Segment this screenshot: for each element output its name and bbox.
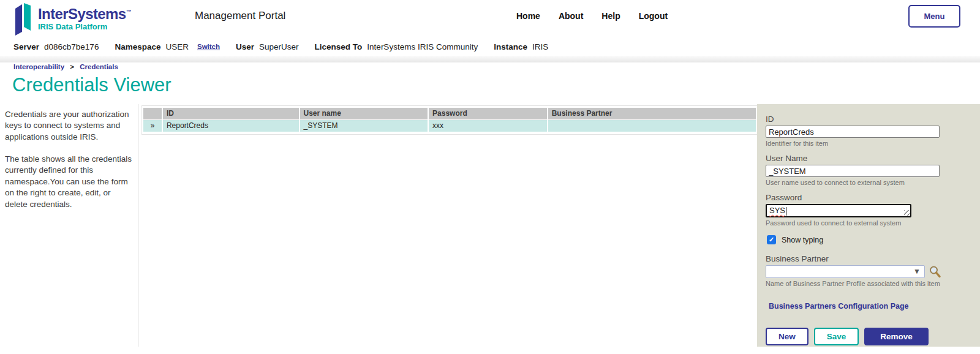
password-label: Password bbox=[766, 193, 980, 202]
row-expander-icon[interactable]: » bbox=[143, 120, 162, 132]
remove-button[interactable]: Remove bbox=[864, 328, 929, 345]
business-partner-label: Business Partner bbox=[766, 254, 980, 263]
dropdown-arrow-icon[interactable]: ▼ bbox=[913, 267, 921, 276]
table-header-row: ID User name Password Business Partner bbox=[143, 108, 756, 119]
trademark-symbol: ™ bbox=[126, 9, 131, 15]
licensed-to-value: InterSystems IRIS Community bbox=[367, 42, 478, 51]
password-hint: Password used to connect to external sys… bbox=[766, 219, 980, 227]
app-header: InterSystems™ IRIS Data Platform Managem… bbox=[0, 0, 980, 37]
business-partner-field-group: Business Partner ▼ Name of Business Part… bbox=[766, 254, 980, 287]
business-partner-combo-row: ▼ bbox=[766, 265, 980, 278]
namespace-label: Namespace bbox=[115, 42, 160, 51]
server-value: d086cb7be176 bbox=[44, 42, 99, 51]
id-label: ID bbox=[766, 115, 980, 124]
description-paragraph-1: Credentials are your authorization keys … bbox=[5, 109, 135, 143]
intersystems-logo-icon bbox=[13, 2, 33, 36]
nav-logout[interactable]: Logout bbox=[639, 11, 668, 21]
password-field-group: Password SYS Password used to connect to… bbox=[766, 193, 980, 227]
user-name-field-group: User Name User name used to connect to e… bbox=[766, 154, 980, 186]
header-business-partner: Business Partner bbox=[548, 108, 756, 119]
instance-value: IRIS bbox=[532, 42, 548, 51]
row-password-cell[interactable]: xxx bbox=[429, 120, 547, 132]
search-icon[interactable] bbox=[929, 265, 941, 278]
portal-title: Management Portal bbox=[195, 10, 285, 22]
id-hint: Identifier for this item bbox=[766, 140, 980, 147]
business-partners-config-link[interactable]: Business Partners Configuration Page bbox=[769, 302, 909, 311]
header-user-name: User name bbox=[300, 108, 428, 119]
instance-info-bar: Server d086cb7be176 Namespace USER Switc… bbox=[13, 38, 564, 55]
user-label: User bbox=[236, 42, 254, 51]
switch-namespace-link[interactable]: Switch bbox=[197, 43, 220, 50]
header-expander bbox=[143, 108, 162, 119]
user-name-label: User Name bbox=[766, 154, 980, 163]
nav-about[interactable]: About bbox=[559, 11, 583, 21]
id-field-group: ID Identifier for this item bbox=[766, 115, 980, 147]
credential-edit-form: ID Identifier for this item User Name Us… bbox=[757, 104, 980, 347]
menu-button[interactable]: Menu bbox=[908, 5, 960, 28]
id-input[interactable] bbox=[766, 126, 940, 138]
logo-text: InterSystems™ IRIS Data Platform bbox=[38, 7, 131, 31]
page-title: Credentials Viewer bbox=[12, 74, 172, 96]
text-caret bbox=[786, 207, 786, 216]
vertical-divider bbox=[138, 104, 138, 347]
licensed-to-label: Licensed To bbox=[315, 42, 363, 51]
description-paragraph-2: The table shows all the credentials curr… bbox=[5, 154, 135, 210]
namespace-value: USER bbox=[165, 42, 189, 51]
brand-name: InterSystems™ bbox=[38, 7, 131, 21]
breadcrumb: Interoperability > Credentials bbox=[13, 63, 118, 70]
user-name-hint: User name used to connect to external sy… bbox=[766, 179, 980, 186]
save-button[interactable]: Save bbox=[814, 328, 859, 345]
user-value: SuperUser bbox=[259, 42, 299, 51]
user-name-input[interactable] bbox=[766, 165, 940, 177]
form-buttons: New Save Remove bbox=[766, 328, 980, 345]
credentials-viewer-screen: InterSystems™ IRIS Data Platform Managem… bbox=[0, 0, 980, 354]
description-panel: Credentials are your authorization keys … bbox=[5, 109, 135, 221]
intersystems-logo[interactable]: InterSystems™ IRIS Data Platform bbox=[13, 2, 131, 36]
breadcrumb-separator: > bbox=[70, 63, 74, 70]
brand-name-text: InterSystems bbox=[38, 6, 126, 22]
credentials-table: ID User name Password Business Partner »… bbox=[141, 105, 758, 135]
breadcrumb-interoperability[interactable]: Interoperability bbox=[13, 63, 64, 70]
breadcrumb-credentials[interactable]: Credentials bbox=[80, 63, 118, 70]
nav-home[interactable]: Home bbox=[516, 11, 540, 21]
row-id-cell[interactable]: ReportCreds bbox=[163, 120, 299, 132]
show-typing-group: Show typing bbox=[767, 235, 980, 244]
server-label: Server bbox=[13, 42, 39, 51]
row-user-name-cell[interactable]: _SYSTEM bbox=[300, 120, 428, 132]
nav-help[interactable]: Help bbox=[601, 11, 620, 21]
resize-handle[interactable] bbox=[904, 210, 910, 216]
header-password: Password bbox=[429, 108, 547, 119]
brand-tagline: IRIS Data Platform bbox=[38, 22, 131, 31]
password-input[interactable]: SYS bbox=[766, 204, 911, 217]
top-navigation: Home About Help Logout bbox=[516, 11, 668, 21]
password-value: SYS bbox=[769, 206, 785, 215]
row-business-partner-cell[interactable] bbox=[548, 120, 756, 132]
business-partner-hint: Name of Business Partner Profile associa… bbox=[766, 280, 980, 287]
show-typing-checkbox[interactable] bbox=[767, 235, 776, 244]
new-button[interactable]: New bbox=[766, 328, 809, 345]
header-id: ID bbox=[163, 108, 299, 119]
show-typing-label: Show typing bbox=[782, 236, 823, 244]
table-row[interactable]: » ReportCreds _SYSTEM xxx bbox=[143, 120, 756, 132]
business-partner-input[interactable]: ▼ bbox=[766, 265, 925, 278]
instance-label: Instance bbox=[494, 42, 527, 51]
toolbar-ribbon bbox=[0, 56, 980, 62]
